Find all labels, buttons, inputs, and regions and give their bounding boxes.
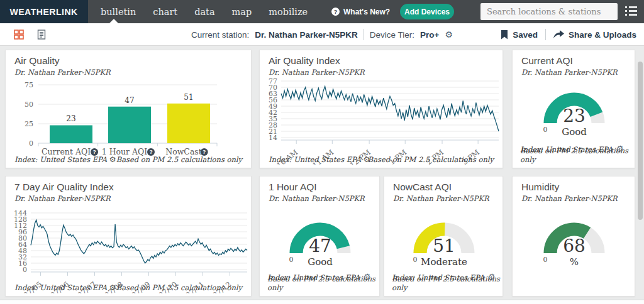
svg-text:Good: Good	[562, 126, 587, 138]
tab-chart[interactable]: chart	[153, 7, 177, 17]
current-aqi-card: Current AQI Dr. Nathan Parker-N5PKR 230G…	[512, 50, 635, 168]
svg-text:47: 47	[309, 236, 331, 256]
svg-text:75: 75	[25, 81, 33, 89]
card-title: Air Quality	[14, 55, 60, 67]
saved-label: Saved	[513, 30, 538, 40]
tab-bulletin[interactable]: bulletin	[101, 7, 136, 17]
index-note: Index: United States EPA ⚙	[14, 155, 116, 164]
nowcast-aqi-gauge: 510Moderate	[400, 209, 488, 272]
device-tier-gear-icon[interactable]: ⚙	[445, 30, 453, 40]
card-subtitle: Dr. Nathan Parker-N5PKR	[269, 68, 365, 77]
card-title: Humidity	[521, 182, 559, 193]
pm-note: Based on PM 2.5 calculations only	[392, 274, 502, 292]
svg-text:0: 0	[289, 256, 294, 264]
humidity-gauge: 680%	[530, 209, 618, 272]
tab-map[interactable]: map	[232, 7, 252, 17]
divider	[364, 29, 364, 40]
whats-new-link[interactable]: ? What's New?	[331, 0, 390, 23]
current-aqi-gauge: 230Good	[530, 79, 618, 142]
aqi-intraday-line-chart: 7770635649423528211410 AM11 AM12 PM1 PM2…	[260, 78, 504, 165]
card-subtitle: Dr. Nathan Parker-N5PKR	[269, 194, 365, 203]
air-quality-card: Air Quality Dr. Nathan Parker-N5PKR 7550…	[5, 50, 252, 168]
svg-text:Good: Good	[308, 256, 333, 268]
index-note: Index: United States EPA ⚙	[269, 155, 370, 164]
card-subtitle: Dr. Nathan Parker-N5PKR	[521, 68, 618, 77]
svg-text:?: ?	[203, 149, 206, 155]
pm-note: Based on PM 2.5 calculations only	[267, 274, 379, 292]
active-tab-indicator	[109, 19, 118, 23]
card-title: NowCast AQI	[393, 182, 452, 193]
card-title: Air Quality Index	[269, 55, 340, 67]
weatherlink-dashboard: WEATHERLINK bulletin chart data map mobi…	[0, 0, 644, 304]
card-title: Current AQI	[521, 55, 573, 67]
index-note: Index: United States EPA ⚙	[14, 283, 116, 292]
seven-day-aqi-card: 7 Day Air Quality Index Dr. Nathan Parke…	[5, 176, 252, 296]
nowcast-aqi-card: NowCast AQI Dr. Nathan Parker-N5PKR 510M…	[384, 176, 503, 296]
card-subtitle: Dr. Nathan Parker-N5PKR	[14, 68, 111, 77]
humidity-card: Humidity Dr. Nathan Parker-N5PKR 680%	[512, 176, 635, 296]
one-hour-aqi-gauge: 470Good	[276, 209, 364, 272]
current-station-label: Current station:	[191, 30, 249, 40]
svg-text:?: ?	[149, 149, 152, 155]
seven-day-line-chart: 144128112968064483216007/0507/0607/0707/…	[6, 208, 252, 293]
svg-text:0: 0	[29, 139, 33, 148]
card-title: 1 Hour AQI	[269, 182, 317, 193]
card-subtitle: Dr. Nathan Parker-N5PKR	[14, 194, 111, 203]
station-toolbar: Current station: Dr. Nathan Parker-N5PKR…	[0, 23, 644, 46]
card-subtitle: Dr. Nathan Parker-N5PKR	[393, 194, 489, 203]
nav-tabs: bulletin chart data map mobilize	[101, 0, 308, 23]
svg-text:%: %	[570, 256, 579, 268]
top-navbar: WEATHERLINK bulletin chart data map mobi…	[0, 0, 644, 23]
add-devices-button[interactable]: Add Devices	[400, 4, 454, 19]
svg-text:25: 25	[25, 120, 33, 128]
tab-mobilize[interactable]: mobilize	[269, 7, 308, 17]
saved-button[interactable]: Saved	[501, 30, 538, 40]
device-tier-label: Device Tier:	[370, 30, 414, 40]
svg-text:0: 0	[543, 126, 548, 134]
toolbar-actions: Saved Share & Uploads	[501, 23, 636, 46]
divider	[545, 29, 546, 40]
svg-text:Moderate: Moderate	[421, 256, 467, 268]
question-circle-icon: ?	[331, 8, 340, 16]
device-tier-value: Pro+	[420, 30, 439, 40]
station-name: Dr. Nathan Parker-N5PKR	[255, 30, 358, 40]
vertical-scrollbar[interactable]	[638, 62, 643, 220]
tab-data[interactable]: data	[194, 7, 214, 17]
card-title: 7 Day Air Quality Index	[14, 182, 114, 193]
index-gear-icon[interactable]: ⚙	[109, 283, 116, 292]
svg-text:14: 14	[269, 134, 277, 142]
svg-text:23: 23	[563, 106, 586, 126]
svg-text:0: 0	[23, 266, 27, 274]
svg-text:51: 51	[433, 236, 455, 256]
bookmark-icon	[501, 30, 508, 40]
svg-text:0: 0	[543, 256, 548, 264]
share-arrow-icon	[553, 30, 564, 39]
logo-text: WEATHERLINK	[10, 6, 78, 17]
share-uploads-label: Share & Uploads	[569, 30, 636, 40]
list-menu-icon[interactable]	[625, 6, 638, 16]
next-row-edge	[0, 300, 644, 304]
svg-text:?: ?	[92, 149, 96, 155]
air-quality-bar-chart: 755025023Current AQI?471 Hour AQI?51NowC…	[6, 77, 252, 158]
search-input[interactable]	[480, 3, 618, 20]
pm-note: Based on PM 2.5 calculations only	[116, 155, 242, 164]
share-uploads-button[interactable]: Share & Uploads	[553, 30, 636, 40]
weatherlink-logo[interactable]: WEATHERLINK	[0, 0, 88, 23]
svg-text:47: 47	[125, 96, 134, 105]
pm-note: Based on PM 2.5 calculations only	[368, 155, 494, 164]
pm-note: Based on PM 2.5 calculations only	[520, 146, 635, 164]
svg-text:51: 51	[184, 93, 193, 102]
card-subtitle: Dr. Nathan Parker-N5PKR	[521, 194, 618, 203]
svg-text:68: 68	[563, 236, 586, 256]
svg-text:50: 50	[25, 100, 33, 109]
whats-new-label: What's New?	[343, 8, 390, 16]
pm-note: Based on PM 2.5 calculations only	[116, 283, 242, 292]
svg-text:23: 23	[66, 114, 75, 123]
air-quality-index-card: Air Quality Index Dr. Nathan Parker-N5PK…	[259, 50, 503, 168]
one-hour-aqi-card: 1 Hour AQI Dr. Nathan Parker-N5PKR 470Go…	[259, 176, 380, 296]
svg-text:0: 0	[413, 256, 418, 264]
index-gear-icon[interactable]: ⚙	[109, 155, 116, 164]
